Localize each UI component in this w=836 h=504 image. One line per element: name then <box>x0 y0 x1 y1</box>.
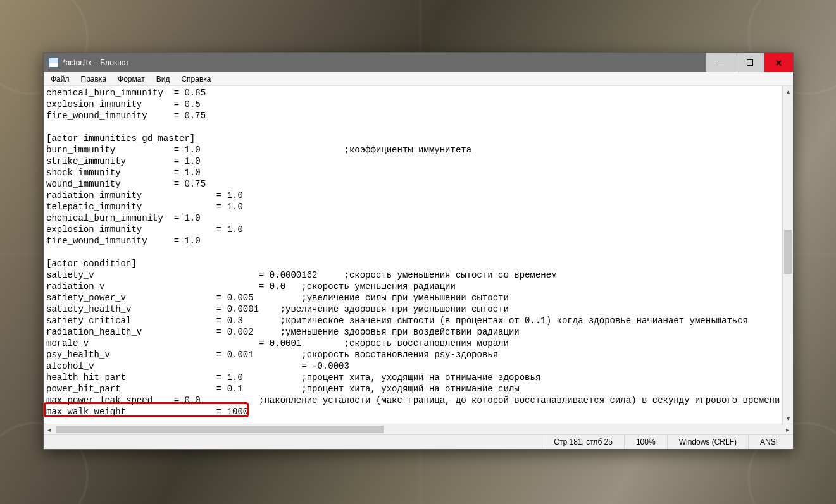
horizontal-scrollbar[interactable]: ◂ ▸ <box>44 424 793 434</box>
horizontal-scroll-track[interactable] <box>54 424 782 434</box>
title-bar[interactable]: *actor.ltx – Блокнот ✕ <box>44 53 793 72</box>
highlight-annotation <box>44 402 249 417</box>
horizontal-scroll-thumb[interactable] <box>56 426 384 433</box>
menu-help[interactable]: Справка <box>175 73 216 85</box>
scroll-right-icon[interactable]: ▸ <box>782 424 793 435</box>
vertical-scrollbar[interactable]: ▴ ▾ <box>782 86 793 424</box>
status-cursor-position: Стр 181, стлб 25 <box>542 435 624 449</box>
notepad-window: *actor.ltx – Блокнот ✕ Файл Правка Форма… <box>43 52 794 450</box>
scroll-down-icon[interactable]: ▾ <box>783 413 793 424</box>
close-button[interactable]: ✕ <box>764 53 793 72</box>
menu-format[interactable]: Формат <box>112 73 151 85</box>
scroll-left-icon[interactable]: ◂ <box>44 424 54 435</box>
editor-area[interactable]: chemical_burn_immunity = 0.85 explosion_… <box>44 86 793 424</box>
minimize-button[interactable] <box>706 53 735 72</box>
status-zoom: 100% <box>624 435 667 449</box>
vertical-scroll-track[interactable] <box>783 97 793 413</box>
scroll-up-icon[interactable]: ▴ <box>783 86 793 97</box>
app-icon <box>49 58 59 68</box>
maximize-button[interactable] <box>735 53 764 72</box>
menu-edit[interactable]: Правка <box>75 73 113 85</box>
vertical-scroll-thumb[interactable] <box>784 230 792 274</box>
status-encoding: ANSI <box>748 435 789 449</box>
status-bar: Стр 181, стлб 25 100% Windows (CRLF) ANS… <box>44 434 793 449</box>
menu-bar: Файл Правка Формат Вид Справка <box>44 72 793 86</box>
menu-view[interactable]: Вид <box>151 73 176 85</box>
window-title: *actor.ltx – Блокнот <box>63 58 129 67</box>
text-content[interactable]: chemical_burn_immunity = 0.85 explosion_… <box>46 87 780 417</box>
status-line-ending: Windows (CRLF) <box>667 435 748 449</box>
menu-file[interactable]: Файл <box>45 73 75 85</box>
